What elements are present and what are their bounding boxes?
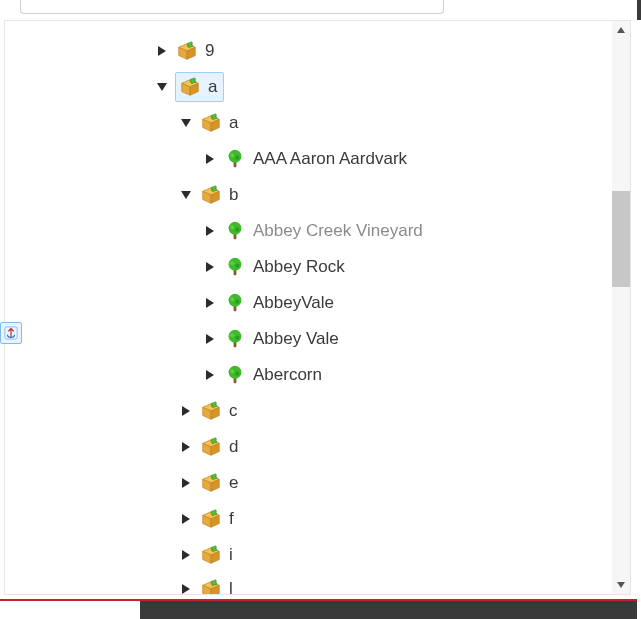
expand-toggle[interactable]	[179, 440, 193, 454]
tree-node-item[interactable]: Abercorn	[25, 357, 612, 393]
tree-node-label: a	[229, 105, 238, 141]
bottom-tab-area-right[interactable]	[140, 601, 637, 619]
expand-toggle[interactable]	[203, 368, 217, 382]
box-icon	[199, 507, 223, 531]
svg-marker-11	[617, 582, 625, 588]
tree-node-folder[interactable]: d	[25, 429, 612, 465]
tree-node-folder[interactable]: a	[25, 69, 612, 105]
tree-node-label: Abbey Vale	[253, 321, 339, 357]
tree-node-label: Abercorn	[253, 357, 322, 393]
tree-node-item[interactable]: Abbey Rock	[25, 249, 612, 285]
tree-node-label: a	[208, 69, 217, 105]
tree-node-item[interactable]: Abbey Creek Vineyard	[25, 213, 612, 249]
tree-node-label: 9	[205, 33, 214, 69]
tree-icon	[223, 327, 247, 351]
tree-icon	[223, 363, 247, 387]
tree-node-item[interactable]: AAA Aaron Aardvark	[25, 141, 612, 177]
tree-node-label: b	[229, 177, 238, 213]
expand-toggle[interactable]	[203, 224, 217, 238]
tree-icon	[223, 291, 247, 315]
box-icon	[199, 399, 223, 423]
box-icon	[175, 39, 199, 63]
tree-node-folder[interactable]: i	[25, 537, 612, 573]
collapse-toggle[interactable]	[179, 116, 193, 130]
right-edge-strip	[637, 0, 641, 20]
box-icon	[199, 543, 223, 567]
expand-toggle[interactable]	[179, 404, 193, 418]
tree-node-label: Abbey Rock	[253, 249, 345, 285]
expand-toggle[interactable]	[179, 548, 193, 562]
tree-node-folder[interactable]: c	[25, 393, 612, 429]
tree-node-label: l	[229, 573, 233, 594]
tree-node-folder[interactable]: l	[25, 573, 612, 594]
tree-node-label: Abbey Creek Vineyard	[253, 213, 423, 249]
tree-icon	[223, 255, 247, 279]
tree-node-label: f	[229, 501, 234, 537]
tree-node-folder[interactable]: e	[25, 465, 612, 501]
tree-node-item[interactable]: AbbeyVale	[25, 285, 612, 321]
tree-node-folder[interactable]: a	[25, 105, 612, 141]
expand-toggle[interactable]	[203, 332, 217, 346]
box-icon	[199, 471, 223, 495]
tree-node-folder[interactable]: b	[25, 177, 612, 213]
scroll-thumb[interactable]	[612, 191, 630, 287]
expand-toggle[interactable]	[203, 152, 217, 166]
expand-toggle[interactable]	[179, 582, 193, 594]
tree-node-label: d	[229, 429, 238, 465]
tree-node-label: AbbeyVale	[253, 285, 334, 321]
vertical-scrollbar[interactable]	[612, 21, 630, 594]
bottom-tab-area-left[interactable]	[0, 601, 140, 619]
tree-node-label: i	[229, 537, 233, 573]
box-icon	[199, 183, 223, 207]
expand-toggle[interactable]	[203, 260, 217, 274]
tree-node-label: e	[229, 465, 238, 501]
expand-toggle[interactable]	[203, 296, 217, 310]
tree-node-item[interactable]: Abbey Vale	[25, 321, 612, 357]
scroll-up-button[interactable]	[612, 21, 630, 39]
box-icon	[199, 435, 223, 459]
tree: 9 a a	[25, 21, 612, 594]
tree-icon	[223, 147, 247, 171]
box-icon	[178, 75, 202, 99]
tree-node-folder[interactable]: f	[25, 501, 612, 537]
tree-node-folder[interactable]: 9	[25, 33, 612, 69]
tree-icon	[223, 219, 247, 243]
svg-marker-10	[617, 27, 625, 33]
box-icon	[199, 577, 223, 594]
expand-toggle[interactable]	[179, 476, 193, 490]
side-panel-handle[interactable]	[0, 322, 22, 344]
scroll-down-button[interactable]	[612, 576, 630, 594]
collapse-toggle[interactable]	[179, 188, 193, 202]
collapse-toggle[interactable]	[155, 80, 169, 94]
search-input-frame[interactable]	[20, 0, 444, 14]
tree-panel: 9 a a	[4, 20, 631, 595]
tree-node-label: c	[229, 393, 238, 429]
tree-node-selected: a	[175, 72, 224, 102]
tree-node-label: AAA Aaron Aardvark	[253, 141, 407, 177]
expand-toggle[interactable]	[155, 44, 169, 58]
expand-toggle[interactable]	[179, 512, 193, 526]
box-icon	[199, 111, 223, 135]
